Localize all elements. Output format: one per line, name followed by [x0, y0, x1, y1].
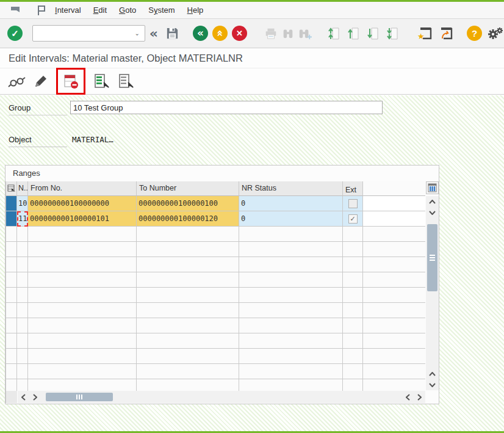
- cell-ext[interactable]: [343, 272, 363, 288]
- display-button[interactable]: [6, 71, 27, 91]
- row-selector-cell[interactable]: [5, 242, 17, 257]
- enter-button[interactable]: ✓: [7, 23, 23, 44]
- cell-from-no[interactable]: [28, 349, 137, 364]
- select-all-header-cell[interactable]: [5, 181, 17, 196]
- delete-line-button[interactable]: [116, 71, 137, 91]
- first-page-button[interactable]: [328, 23, 342, 44]
- collapse-command-button[interactable]: «: [149, 23, 158, 44]
- cell-nr-status[interactable]: [239, 257, 343, 272]
- cell-no[interactable]: [17, 272, 28, 288]
- cell-nr-status[interactable]: [239, 364, 343, 379]
- cell-no[interactable]: 10: [17, 196, 28, 211]
- menu-item-edit[interactable]: Edit: [87, 3, 113, 17]
- last-page-button[interactable]: [386, 23, 401, 44]
- cell-ext[interactable]: [343, 257, 363, 272]
- find-next-button[interactable]: [297, 23, 312, 44]
- column-header-no[interactable]: N..: [17, 181, 28, 196]
- menu-item-interval[interactable]: Interval: [49, 3, 87, 17]
- row-selector-cell[interactable]: [5, 349, 17, 364]
- cell-no[interactable]: [17, 242, 28, 257]
- scroll-right-button-right[interactable]: [414, 391, 425, 403]
- cancel-button[interactable]: ✕: [232, 23, 247, 44]
- cell-nr-status[interactable]: [239, 272, 343, 288]
- cell-ext[interactable]: [343, 333, 363, 349]
- cell-to-number[interactable]: [137, 272, 239, 288]
- cell-no[interactable]: 11: [17, 211, 28, 227]
- scroll-down-button-bottom[interactable]: [426, 379, 439, 390]
- vertical-scroll-thumb[interactable]: [427, 224, 437, 291]
- exit-button[interactable]: «: [212, 23, 228, 44]
- cell-nr-status[interactable]: [239, 318, 343, 333]
- column-header-from[interactable]: From No.: [28, 181, 137, 196]
- cell-nr-status[interactable]: [239, 227, 343, 242]
- vertical-scrollbar[interactable]: [426, 196, 439, 390]
- print-button[interactable]: [264, 23, 278, 44]
- find-button[interactable]: [281, 23, 295, 44]
- command-field-input[interactable]: [32, 25, 145, 42]
- cell-ext[interactable]: ✓: [343, 211, 363, 227]
- cell-from-no[interactable]: [28, 364, 137, 379]
- customize-layout-button[interactable]: [487, 23, 504, 44]
- row-selector-cell[interactable]: [5, 288, 17, 303]
- ext-checkbox-unchecked[interactable]: [348, 199, 358, 208]
- row-selector-cell[interactable]: [5, 272, 17, 288]
- cell-from-no[interactable]: 000000000100000000: [28, 196, 137, 211]
- cell-no[interactable]: [17, 364, 28, 379]
- row-selector-cell[interactable]: [5, 196, 17, 211]
- cell-from-no[interactable]: [28, 288, 137, 303]
- cell-no[interactable]: [17, 257, 28, 272]
- cell-to-number[interactable]: [137, 227, 239, 242]
- row-selector-cell[interactable]: [5, 211, 17, 227]
- change-button[interactable]: [31, 71, 51, 91]
- cell-from-no[interactable]: [28, 303, 137, 318]
- row-selector-cell[interactable]: [5, 303, 17, 318]
- cell-nr-status[interactable]: [239, 288, 343, 303]
- cell-to-number[interactable]: 000000000100000100: [137, 196, 239, 211]
- command-dropdown-icon[interactable]: ⌄: [134, 30, 139, 37]
- cell-no[interactable]: [17, 333, 28, 349]
- horizontal-scroll-thumb[interactable]: [46, 393, 113, 401]
- row-selector-cell[interactable]: [5, 318, 17, 333]
- sap-screen-icon[interactable]: [34, 4, 49, 17]
- delete-interval-button[interactable]: [56, 68, 85, 95]
- cell-ext[interactable]: [343, 288, 363, 303]
- cell-to-number[interactable]: [137, 333, 239, 349]
- cell-from-no[interactable]: 000000000100000101: [28, 211, 137, 227]
- column-header-to[interactable]: To Number: [137, 181, 239, 196]
- next-page-button[interactable]: [367, 23, 381, 44]
- cell-no[interactable]: [17, 379, 28, 391]
- back-button[interactable]: «: [193, 23, 208, 44]
- system-menu-icon[interactable]: [9, 4, 23, 16]
- cell-ext[interactable]: [343, 318, 363, 333]
- scroll-down-button[interactable]: [426, 207, 439, 218]
- menu-item-system[interactable]: System: [142, 3, 181, 17]
- menu-item-help[interactable]: Help: [181, 3, 210, 17]
- scroll-up-button[interactable]: [426, 196, 439, 207]
- row-selector-cell[interactable]: [5, 227, 17, 242]
- row-selector-cell[interactable]: [5, 257, 17, 272]
- cell-to-number[interactable]: [137, 318, 239, 333]
- cell-nr-status[interactable]: [239, 303, 343, 318]
- cell-no[interactable]: [17, 288, 28, 303]
- group-input[interactable]: [70, 101, 383, 114]
- row-selector-cell[interactable]: [5, 379, 17, 391]
- create-shortcut-button[interactable]: [437, 23, 453, 44]
- row-selector-cell[interactable]: [5, 364, 17, 379]
- help-button[interactable]: ?: [467, 23, 482, 44]
- cell-to-number[interactable]: 000000000100000120: [137, 211, 239, 227]
- scroll-up-button-bottom[interactable]: [426, 368, 439, 379]
- cell-ext[interactable]: [343, 364, 363, 379]
- cell-from-no[interactable]: [28, 242, 137, 257]
- save-button[interactable]: [165, 23, 179, 44]
- cell-to-number[interactable]: [137, 364, 239, 379]
- cell-from-no[interactable]: [28, 272, 137, 288]
- horizontal-scrollbar[interactable]: [18, 391, 425, 403]
- column-header-status[interactable]: NR Status: [239, 181, 343, 196]
- cell-to-number[interactable]: [137, 242, 239, 257]
- cell-from-no[interactable]: [28, 257, 137, 272]
- cell-to-number[interactable]: [137, 257, 239, 272]
- cell-from-no[interactable]: [28, 318, 137, 333]
- ext-checkbox-checked[interactable]: ✓: [348, 214, 358, 224]
- new-session-button[interactable]: ★: [417, 23, 433, 44]
- column-header-ext[interactable]: Ext: [343, 181, 363, 196]
